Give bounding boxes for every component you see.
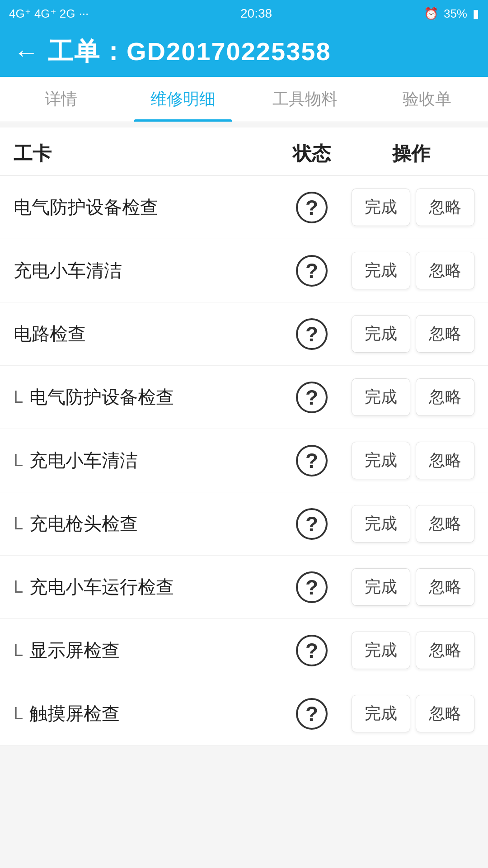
ignore-button-5[interactable]: 忽略 xyxy=(416,442,474,479)
tab-tools[interactable]: 工具物料 xyxy=(244,77,366,122)
complete-button-7[interactable]: 完成 xyxy=(352,568,410,606)
row-task-name-8: L 显示屏检查 xyxy=(14,638,276,663)
row-prefix-8: L xyxy=(14,641,23,660)
row-status-9: ? xyxy=(276,698,348,730)
work-order-id: GD20170225358 xyxy=(127,37,331,66)
row-label-5: 充电小车清洁 xyxy=(29,448,138,473)
row-actions-8: 完成 忽略 xyxy=(348,632,474,669)
row-prefix-5: L xyxy=(14,451,23,470)
ignore-button-2[interactable]: 忽略 xyxy=(416,252,474,289)
col-header-status: 状态 xyxy=(276,141,348,166)
page-title: 工单：GD20170225358 xyxy=(48,35,331,69)
row-status-8: ? xyxy=(276,635,348,666)
status-icon-8: ? xyxy=(296,635,328,666)
row-status-3: ? xyxy=(276,318,348,350)
signal-text: 4G⁺ 4G⁺ 2G xyxy=(9,7,75,21)
task-list: 电气防护设备检查 ? 完成 忽略 充电小车清洁 ? 完成 忽略 电路检查 ? 完 xyxy=(0,176,488,745)
tab-repair-detail-label: 维修明细 xyxy=(150,88,216,110)
row-label-6: 充电枪头检查 xyxy=(29,511,138,536)
col-header-action: 操作 xyxy=(348,141,474,166)
row-task-name-1: 电气防护设备检查 xyxy=(14,195,276,220)
row-label-8: 显示屏检查 xyxy=(29,638,120,663)
ignore-button-7[interactable]: 忽略 xyxy=(416,568,474,606)
table-row: 充电小车清洁 ? 完成 忽略 xyxy=(0,239,488,302)
row-status-6: ? xyxy=(276,508,348,540)
tab-bar: 详情 维修明细 工具物料 验收单 xyxy=(0,77,488,122)
row-actions-9: 完成 忽略 xyxy=(348,695,474,732)
complete-button-9[interactable]: 完成 xyxy=(352,695,410,732)
status-icon-6: ? xyxy=(296,508,328,540)
system-indicators: ⏰ 35% ▮ xyxy=(424,7,479,21)
ignore-button-6[interactable]: 忽略 xyxy=(416,505,474,542)
ignore-button-1[interactable]: 忽略 xyxy=(416,189,474,226)
ignore-button-3[interactable]: 忽略 xyxy=(416,315,474,353)
status-icon-3: ? xyxy=(296,318,328,350)
time-display: 20:38 xyxy=(240,6,272,21)
row-actions-2: 完成 忽略 xyxy=(348,252,474,289)
row-actions-5: 完成 忽略 xyxy=(348,442,474,479)
back-button[interactable]: ← xyxy=(14,38,39,67)
complete-button-2[interactable]: 完成 xyxy=(352,252,410,289)
row-task-name-3: 电路检查 xyxy=(14,321,276,346)
table-row: L 显示屏检查 ? 完成 忽略 xyxy=(0,619,488,682)
row-status-2: ? xyxy=(276,255,348,287)
row-task-name-9: L 触摸屏检查 xyxy=(14,701,276,726)
complete-button-3[interactable]: 完成 xyxy=(352,315,410,353)
table-row: L 触摸屏检查 ? 完成 忽略 xyxy=(0,682,488,745)
row-status-1: ? xyxy=(276,192,348,223)
row-actions-3: 完成 忽略 xyxy=(348,315,474,353)
table-row: L 充电枪头检查 ? 完成 忽略 xyxy=(0,492,488,556)
row-task-name-5: L 充电小车清洁 xyxy=(14,448,276,473)
signal-area: 4G⁺ 4G⁺ 2G ··· xyxy=(9,7,89,21)
tab-acceptance[interactable]: 验收单 xyxy=(366,77,488,122)
col-header-name: 工卡 xyxy=(14,141,276,166)
tab-repair-detail[interactable]: 维修明细 xyxy=(122,77,244,122)
status-icon-9: ? xyxy=(296,698,328,730)
table-row: L 电气防护设备检查 ? 完成 忽略 xyxy=(0,366,488,429)
ignore-button-4[interactable]: 忽略 xyxy=(416,378,474,416)
row-label-7: 充电小车运行检查 xyxy=(29,575,174,599)
complete-button-5[interactable]: 完成 xyxy=(352,442,410,479)
row-actions-4: 完成 忽略 xyxy=(348,378,474,416)
row-prefix-7: L xyxy=(14,577,23,597)
table-row: 电气防护设备检查 ? 完成 忽略 xyxy=(0,176,488,239)
status-icon-4: ? xyxy=(296,382,328,413)
status-icon-2: ? xyxy=(296,255,328,287)
tab-tools-label: 工具物料 xyxy=(272,88,338,110)
status-bar: 4G⁺ 4G⁺ 2G ··· 20:38 ⏰ 35% ▮ xyxy=(0,0,488,27)
row-label-9: 触摸屏检查 xyxy=(29,701,120,726)
complete-button-8[interactable]: 完成 xyxy=(352,632,410,669)
table-row: 电路检查 ? 完成 忽略 xyxy=(0,302,488,366)
row-status-4: ? xyxy=(276,382,348,413)
ignore-button-8[interactable]: 忽略 xyxy=(416,632,474,669)
tab-details[interactable]: 详情 xyxy=(0,77,122,122)
row-status-7: ? xyxy=(276,571,348,603)
row-prefix-9: L xyxy=(14,704,23,723)
row-task-name-7: L 充电小车运行检查 xyxy=(14,575,276,599)
table-row: L 充电小车清洁 ? 完成 忽略 xyxy=(0,429,488,492)
status-icon-5: ? xyxy=(296,445,328,476)
ignore-button-9[interactable]: 忽略 xyxy=(416,695,474,732)
row-actions-7: 完成 忽略 xyxy=(348,568,474,606)
row-label-3: 电路检查 xyxy=(14,321,86,346)
row-task-name-6: L 充电枪头检查 xyxy=(14,511,276,536)
tab-details-label: 详情 xyxy=(45,88,77,110)
dots-icon: ··· xyxy=(79,7,89,21)
row-actions-6: 完成 忽略 xyxy=(348,505,474,542)
table-row: L 充电小车运行检查 ? 完成 忽略 xyxy=(0,556,488,619)
complete-button-6[interactable]: 完成 xyxy=(352,505,410,542)
status-icon-7: ? xyxy=(296,571,328,603)
complete-button-4[interactable]: 完成 xyxy=(352,378,410,416)
row-prefix-6: L xyxy=(14,514,23,533)
title-prefix: 工单： xyxy=(48,37,127,66)
complete-button-1[interactable]: 完成 xyxy=(352,189,410,226)
alarm-icon: ⏰ xyxy=(424,7,438,21)
table-header: 工卡 状态 操作 xyxy=(0,127,488,176)
header: ← 工单：GD20170225358 xyxy=(0,27,488,77)
battery-icon: ▮ xyxy=(473,7,479,21)
tab-acceptance-label: 验收单 xyxy=(403,88,451,110)
row-label-2: 充电小车清洁 xyxy=(14,258,122,283)
battery-text: 35% xyxy=(444,7,467,21)
row-task-name-4: L 电气防护设备检查 xyxy=(14,385,276,410)
status-icon-1: ? xyxy=(296,192,328,223)
